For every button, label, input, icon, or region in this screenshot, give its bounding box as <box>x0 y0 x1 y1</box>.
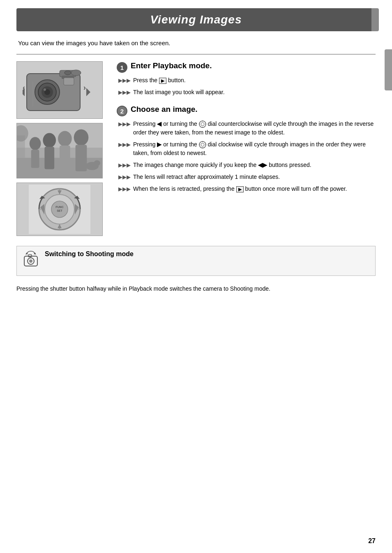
page: Viewing Images You can view the images y… <box>0 0 392 553</box>
svg-point-10 <box>71 70 81 76</box>
dial-inline-icon-2 <box>199 141 206 148</box>
svg-point-44 <box>59 228 60 230</box>
people-image <box>16 123 103 178</box>
bullet-marker-icon: ▶▶▶ <box>118 185 131 193</box>
svg-point-55 <box>202 141 203 142</box>
svg-rect-8 <box>64 78 74 85</box>
footer-note: Pressing the shutter button halfway whil… <box>16 284 376 293</box>
svg-text:FUNC: FUNC <box>55 206 63 208</box>
svg-point-58 <box>199 144 200 145</box>
tip-box: * Switching to Shooting mode <box>16 246 376 276</box>
dial-illustration: FUNC SET <box>29 185 90 234</box>
bullet-marker-icon: ▶▶▶ <box>118 141 131 149</box>
svg-rect-20 <box>31 150 39 168</box>
svg-rect-24 <box>60 146 70 170</box>
svg-point-49 <box>202 121 203 122</box>
main-content: › ‹ <box>16 61 376 236</box>
dial-image: FUNC SET <box>16 183 103 236</box>
svg-point-28 <box>94 160 100 166</box>
right-column: 1 Enter Playback mode. ▶▶▶ Press the ▶ b… <box>117 61 376 236</box>
right-tab <box>385 49 392 90</box>
dial-inline-icon <box>199 120 206 128</box>
step-2-number: 2 <box>117 106 127 116</box>
svg-point-45 <box>39 208 41 210</box>
svg-point-48 <box>201 123 204 126</box>
bullet-marker-icon: ▶▶▶ <box>118 173 131 181</box>
svg-point-53 <box>199 141 206 148</box>
bullet-item: ▶▶▶ Pressing ◀ or turning the <box>117 120 376 137</box>
camera-illustration: › ‹ <box>23 65 97 115</box>
svg-rect-22 <box>44 147 54 169</box>
step-2-header: 2 Choose an image. <box>117 105 376 116</box>
svg-point-56 <box>205 144 206 145</box>
svg-point-52 <box>199 124 200 125</box>
svg-point-61 <box>29 259 32 263</box>
title-bar: Viewing Images <box>16 8 376 31</box>
svg-point-47 <box>199 121 206 127</box>
playback-button-icon-2: ▶ <box>236 186 244 192</box>
bullet-text: The last image you took will appear. <box>133 88 376 97</box>
step-1-block: 1 Enter Playback mode. ▶▶▶ Press the ▶ b… <box>117 61 376 97</box>
svg-text:›: › <box>83 83 86 92</box>
step-1-bullets: ▶▶▶ Press the ▶ button. ▶▶▶ The last ima… <box>117 76 376 97</box>
step-1-title: Enter Playback mode. <box>131 61 212 70</box>
section-divider <box>16 54 376 55</box>
bullet-text: Pressing ▶ or turning the dial clockwise… <box>133 140 376 157</box>
svg-marker-14 <box>86 88 90 96</box>
svg-point-51 <box>202 127 203 128</box>
left-column: › ‹ <box>16 61 107 236</box>
bullet-item: ▶▶▶ The images change more quickly if yo… <box>117 161 376 169</box>
bullet-item: ▶▶▶ The last image you took will appear. <box>117 88 376 97</box>
shooting-mode-icon: * <box>23 250 39 268</box>
bullet-marker-icon: ▶▶▶ <box>118 161 131 169</box>
bullet-text: Pressing ◀ or turning the dial countercl… <box>133 120 376 137</box>
svg-point-46 <box>78 208 80 210</box>
step-2-title: Choose an image. <box>131 105 198 114</box>
intro-text: You can view the images you have taken o… <box>18 39 376 46</box>
people-illustration <box>17 123 102 178</box>
step-1-header: 1 Enter Playback mode. <box>117 61 376 73</box>
svg-point-25 <box>74 130 89 146</box>
step-2-block: 2 Choose an image. ▶▶▶ Pressing ◀ or tur… <box>117 105 376 193</box>
bullet-item: ▶▶▶ The lens will retract after approxim… <box>117 173 376 181</box>
svg-point-23 <box>58 131 72 146</box>
tip-content: Switching to Shooting mode <box>45 250 369 259</box>
playback-button-icon: ▶ <box>159 78 166 84</box>
page-title: Viewing Images <box>150 13 242 26</box>
tip-icon: * <box>23 250 39 271</box>
svg-point-43 <box>59 189 60 190</box>
bullet-marker-icon: ▶▶▶ <box>118 88 131 97</box>
page-number: 27 <box>368 537 376 545</box>
svg-text:SET: SET <box>57 209 62 212</box>
svg-point-5 <box>44 88 46 91</box>
bullet-item: ▶▶▶ Pressing ▶ or turning the <box>117 140 376 157</box>
bullet-text: Press the ▶ button. <box>133 76 376 85</box>
svg-text:*: * <box>34 252 36 256</box>
svg-point-54 <box>201 143 204 146</box>
svg-point-50 <box>205 124 206 125</box>
bullet-text: The images change more quickly if you ke… <box>133 161 376 169</box>
tip-title: Switching to Shooting mode <box>45 250 369 258</box>
bullet-item: ▶▶▶ When the lens is retracted, pressing… <box>117 185 376 193</box>
bullet-marker-icon: ▶▶▶ <box>118 120 131 128</box>
svg-point-21 <box>43 133 56 148</box>
step-2-bullets: ▶▶▶ Pressing ◀ or turning the <box>117 120 376 193</box>
svg-point-19 <box>30 137 41 150</box>
bullet-text: When the lens is retracted, pressing the… <box>133 185 376 193</box>
svg-point-9 <box>65 71 71 75</box>
step-1-number: 1 <box>117 62 127 73</box>
bullet-marker-icon: ▶▶▶ <box>118 76 131 85</box>
svg-rect-26 <box>76 145 87 171</box>
svg-point-57 <box>202 148 203 148</box>
camera-image: › ‹ <box>16 61 103 119</box>
bullet-item: ▶▶▶ Press the ▶ button. <box>117 76 376 85</box>
bullet-text: The lens will retract after approximatel… <box>133 173 376 181</box>
